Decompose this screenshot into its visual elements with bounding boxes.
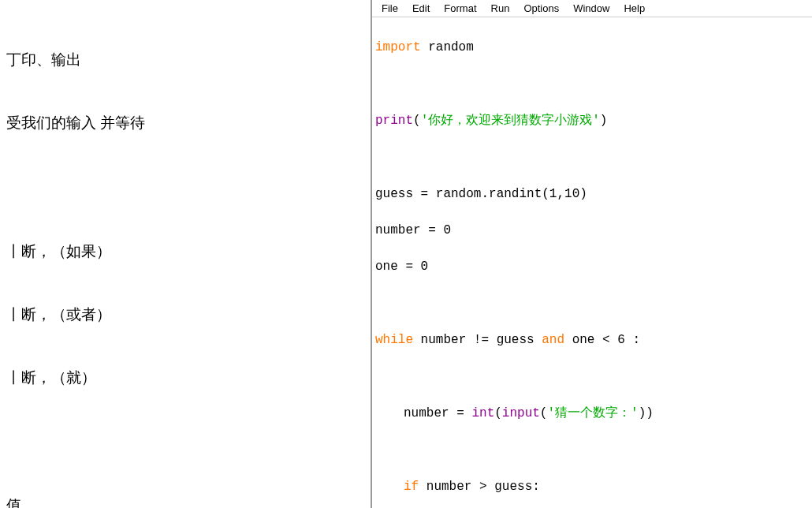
code-line: import random <box>375 39 809 57</box>
note-line: 受我们的输入 并等待 <box>6 113 364 134</box>
code-editor[interactable]: import random print('你好，欢迎来到猜数字小游戏') gue… <box>372 17 812 508</box>
note-line: 丁印、输出 <box>6 50 364 71</box>
notes-pane: 丁印、输出 受我们的输入 并等待 丨断，（如果） 丨断，（或者） 丨断，（就） … <box>0 0 371 508</box>
code-line: one = 0 <box>375 258 809 276</box>
menu-options[interactable]: Options <box>519 2 564 15</box>
editor-pane: File Edit Format Run Options Window Help… <box>372 0 812 508</box>
menu-file[interactable]: File <box>377 2 403 15</box>
code-line: number = 0 <box>375 222 809 240</box>
code-line: if number > guess: <box>375 478 809 496</box>
code-line: print('你好，欢迎来到猜数字小游戏') <box>375 112 809 130</box>
menu-edit[interactable]: Edit <box>408 2 434 15</box>
menu-format[interactable]: Format <box>439 2 481 15</box>
code-line: while number != guess and one < 6 : <box>375 331 809 349</box>
menu-run[interactable]: Run <box>486 2 515 15</box>
note-line: 值 <box>6 495 364 508</box>
note-line: 丨断，（或者） <box>6 304 364 326</box>
menu-window[interactable]: Window <box>568 2 614 15</box>
note-line: 丨断，（就） <box>6 368 364 389</box>
note-line: 丨断，（如果） <box>6 241 364 263</box>
code-line: guess = random.randint(1,10) <box>375 185 809 204</box>
code-line: number = int(input('猜一个数字：')) <box>375 405 809 423</box>
menu-help[interactable]: Help <box>619 2 650 15</box>
menu-bar: File Edit Format Run Options Window Help <box>372 0 812 17</box>
